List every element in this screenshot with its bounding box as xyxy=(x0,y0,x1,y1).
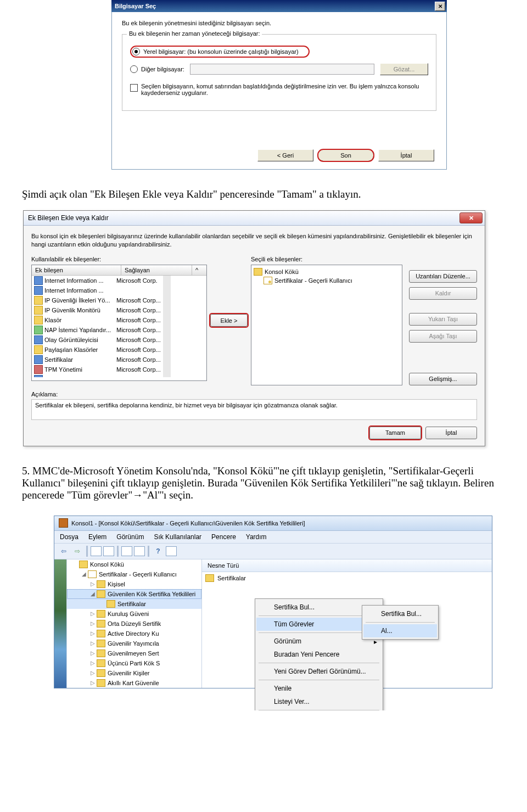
radio-local-label: Yerel bilgisayar: (bu konsolun üzerinde … xyxy=(143,48,299,55)
tree-item[interactable]: ▷Orta Düzeyli Sertifik xyxy=(67,619,201,629)
tree-item[interactable]: ◢Sertifikalar - Geçerli Kullanıcı xyxy=(67,569,201,579)
folder-icon xyxy=(254,268,262,276)
mmc-icon xyxy=(59,518,68,528)
menu-export-list[interactable]: Listeyi Ver... xyxy=(256,695,382,708)
separator xyxy=(259,663,379,663)
titlebar[interactable]: Ek Bileşen Ekle veya Kaldır ✕ xyxy=(24,211,485,226)
certificate-icon xyxy=(88,570,97,578)
result-header: Nesne Türü xyxy=(202,559,492,572)
list-item[interactable]: IP Güvenliği İlkeleri Yö...Microsoft Cor… xyxy=(32,295,163,305)
submenu-import[interactable]: Al... xyxy=(363,624,437,637)
doc-paragraph-1: Şimdi açık olan "Ek Bileşen Ekle veya Ka… xyxy=(0,188,527,200)
back-button[interactable]: < Geri xyxy=(257,149,313,161)
tree-item[interactable]: ▷Kuruluş Güveni xyxy=(67,609,201,619)
scroll-up-icon[interactable]: ^ xyxy=(192,265,206,275)
back-icon[interactable] xyxy=(58,545,70,557)
close-icon[interactable]: ✕ xyxy=(435,2,445,11)
menu-item[interactable]: Pencere xyxy=(211,533,236,541)
tree-item[interactable]: ▷Active Directory Ku xyxy=(67,629,201,639)
tree-item[interactable]: ◢Güvenilen Kök Sertifika Yetkilileri xyxy=(67,589,201,599)
list-item[interactable]: SertifikalarMicrosoft Corp... xyxy=(32,355,163,365)
folder-icon xyxy=(97,610,105,618)
tree-item[interactable]: Sertifikalar xyxy=(67,599,201,609)
tree-item[interactable]: ▷Akıllı Kart Güvenile xyxy=(67,678,201,688)
description-area: Açıklama: Sertifikalar ek bileşeni, sert… xyxy=(31,391,477,420)
separator xyxy=(366,622,435,623)
menu-item[interactable]: Dosya xyxy=(60,533,79,541)
list-item[interactable]: IP Güvenlik MonitörüMicrosoft Corp... xyxy=(32,305,163,315)
menu-taskpad-view[interactable]: Yeni Görev Defteri Görünümü... xyxy=(256,665,382,678)
export-icon[interactable] xyxy=(121,546,132,556)
separator xyxy=(259,632,379,633)
menu-item[interactable]: Eylem xyxy=(88,533,106,541)
list-item[interactable]: KlasörMicrosoft Corp... xyxy=(32,315,163,325)
submenu-find-certificate[interactable]: Sertifika Bul... xyxy=(363,607,437,620)
radio-other-computer[interactable]: Diğer bilgisayar: xyxy=(130,65,184,73)
tree-child[interactable]: Sertifikalar - Geçerli Kullanıcı xyxy=(254,276,400,285)
list-item[interactable]: NAP İstemci Yapılandır...Microsoft Corp.… xyxy=(32,325,163,335)
titlebar[interactable]: Bilgisayar Seç ✕ xyxy=(111,0,447,12)
menu-item[interactable]: Yardım xyxy=(246,533,267,541)
help-icon[interactable]: ? xyxy=(152,545,164,557)
menu-bar[interactable]: DosyaEylemGörünümSık KullanılanlarPencer… xyxy=(54,531,492,544)
menu-new-window[interactable]: Buradan Yeni Pencere xyxy=(256,648,382,661)
dialog-button-bar: Tamam İptal xyxy=(31,427,477,439)
folder-icon xyxy=(97,659,105,667)
view-icon[interactable] xyxy=(166,546,177,556)
add-remove-snapin-dialog: Ek Bileşen Ekle veya Kaldır ✕ Bu konsol … xyxy=(23,210,485,446)
photo-decoration xyxy=(54,559,67,688)
titlebar[interactable]: Konsol1 - [Konsol Kökü\Sertifikalar - Ge… xyxy=(54,516,492,531)
add-button[interactable]: Ekle > xyxy=(210,314,248,327)
instruction-text: Bu konsol için ek bileşenleri bilgisayar… xyxy=(31,232,477,249)
list-item[interactable]: TPM YönetimiMicrosoft Corp... xyxy=(32,365,163,374)
list-item[interactable]: Internet Information ...Microsoft Corp. xyxy=(32,276,163,285)
toolbar[interactable]: ? xyxy=(54,544,492,559)
cancel-button[interactable]: İptal xyxy=(378,149,434,161)
finish-button[interactable]: Son xyxy=(318,149,374,161)
menu-refresh[interactable]: Yenile xyxy=(256,682,382,695)
available-snapins-panel: Kullanılabilir ek bileşenler: Ek bileşen… xyxy=(31,256,207,385)
dialog-body: Bu konsol için ek bileşenleri bilgisayar… xyxy=(24,226,485,446)
checkbox-icon xyxy=(130,84,138,92)
refresh-icon[interactable] xyxy=(134,546,145,556)
selected-snapins-tree[interactable]: Konsol Kökü Sertifikalar - Geçerli Kulla… xyxy=(251,265,402,385)
close-icon[interactable]: ✕ xyxy=(459,212,483,223)
col-snapin: Ek bileşen xyxy=(32,265,121,275)
list-item[interactable]: Internet Information ... xyxy=(32,285,163,295)
folder-icon xyxy=(97,640,105,647)
show-tree-icon[interactable] xyxy=(91,546,102,556)
list-item[interactable]: Olay GörüntüleyicisiMicrosoft Corp... xyxy=(32,335,163,345)
certificate-icon xyxy=(264,277,272,284)
remove-button: Kaldır xyxy=(409,287,477,300)
allow-change-checkbox[interactable]: Seçilen bilgisayarın, komut satırından b… xyxy=(130,83,428,96)
available-snapins-list[interactable]: Ek bileşen Sağlayan ^ Internet Informati… xyxy=(31,265,207,381)
advanced-button[interactable]: Gelişmiş... xyxy=(409,373,477,385)
tree-item[interactable]: ▷Kişisel xyxy=(67,579,201,589)
instruction-text: Bu ek bileşenin yönetmesini istediğiniz … xyxy=(122,20,436,26)
tree-item[interactable]: ▷Üçüncü Parti Kök S xyxy=(67,658,201,668)
properties-icon[interactable] xyxy=(103,546,114,556)
cancel-button[interactable]: İptal xyxy=(425,427,477,439)
list-item[interactable]: Paylaşılan KlasörlerMicrosoft Corp... xyxy=(32,345,163,355)
snapin-icon xyxy=(34,326,43,334)
console-tree[interactable]: Konsol Kökü◢Sertifikalar - Geçerli Kulla… xyxy=(67,559,202,688)
tree-item[interactable]: ▷Güvenilmeyen Sert xyxy=(67,648,201,658)
tree-item[interactable]: ▷Güvenilir Kişiler xyxy=(67,668,201,678)
tree-item[interactable]: Konsol Kökü xyxy=(67,559,201,569)
separator xyxy=(117,546,119,557)
list-item[interactable]: Web Adresine BağlaMicrosoft Corp... xyxy=(32,374,163,377)
tree-root[interactable]: Konsol Kökü xyxy=(254,267,400,276)
snapin-icon xyxy=(34,296,43,305)
ok-button[interactable]: Tamam xyxy=(369,427,421,439)
tree-item[interactable]: ▷Güvenilir Yayımcıla xyxy=(67,639,201,648)
menu-item[interactable]: Görünüm xyxy=(116,533,144,541)
scrollbar[interactable] xyxy=(163,276,171,377)
separator xyxy=(86,546,88,557)
result-item[interactable]: Sertifikalar xyxy=(205,574,489,582)
separator xyxy=(259,615,379,616)
forward-icon[interactable] xyxy=(71,545,83,557)
radio-local-computer[interactable]: Yerel bilgisayar: (bu konsolun üzerinde … xyxy=(130,46,310,58)
tasks-submenu[interactable]: Sertifika Bul... Al... xyxy=(362,605,439,640)
edit-extensions-button[interactable]: Uzantıları Düzenle... xyxy=(409,270,477,283)
menu-item[interactable]: Sık Kullanılanlar xyxy=(154,533,201,541)
